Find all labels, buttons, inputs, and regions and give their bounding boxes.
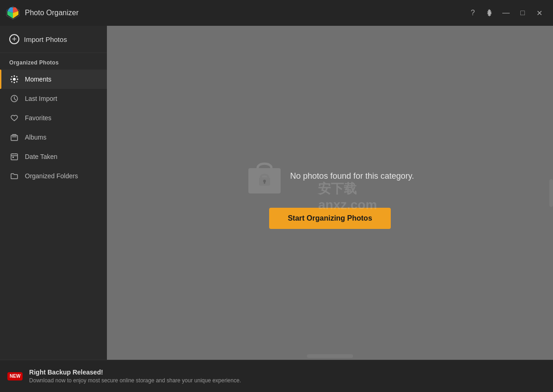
svg-point-12 (16, 76, 18, 77)
import-photos-button[interactable]: + Import Photos (0, 26, 107, 53)
sidebar-item-last-import[interactable]: Last Import (0, 89, 107, 108)
right-scrollbar[interactable] (549, 179, 553, 207)
organized-photos-heading: Organized Photos (0, 53, 107, 70)
main-layout: + Import Photos Organized Photos Mom (0, 26, 553, 360)
sidebar-item-favorites[interactable]: Favorites (0, 108, 107, 128)
albums-icon (9, 132, 19, 142)
close-button[interactable]: ✕ (531, 5, 547, 21)
bottom-scrollbar[interactable] (307, 354, 353, 358)
favorites-label: Favorites (25, 114, 52, 122)
empty-photos-icon (246, 157, 283, 196)
svg-point-14 (16, 81, 18, 82)
sidebar-item-date-taken[interactable]: Date Taken (0, 147, 107, 166)
svg-point-11 (11, 76, 12, 77)
start-organizing-button[interactable]: Start Organizing Photos (269, 208, 390, 229)
sidebar-item-albums[interactable]: Albums (0, 128, 107, 147)
svg-rect-22 (264, 181, 265, 184)
settings-button[interactable] (481, 5, 498, 21)
svg-point-6 (13, 78, 16, 81)
minimize-button[interactable]: — (498, 5, 514, 21)
svg-point-7 (14, 76, 15, 77)
bottom-bar: NEW Right Backup Released! Download now … (0, 360, 553, 392)
app-logo (6, 6, 20, 20)
moments-label: Moments (25, 76, 52, 83)
svg-rect-18 (12, 157, 14, 158)
bottom-bar-text: Right Backup Released! Download now to e… (29, 369, 241, 384)
svg-point-10 (17, 79, 18, 80)
svg-point-13 (11, 81, 12, 82)
backup-subtitle: Download now to enjoy most secure online… (29, 377, 241, 384)
svg-point-8 (14, 82, 15, 83)
sidebar-item-organized-folders[interactable]: Organized Folders (0, 166, 107, 186)
sidebar: + Import Photos Organized Photos Mom (0, 26, 107, 360)
favorites-icon (9, 113, 19, 123)
new-badge: NEW (7, 372, 23, 380)
maximize-button[interactable]: □ (514, 5, 531, 21)
app-title: Photo Organizer (25, 9, 465, 17)
last-import-icon (9, 94, 19, 104)
no-photos-text: No photos found for this category. (290, 171, 414, 181)
gear-icon (486, 9, 493, 17)
content-area: No photos found for this category. Start… (107, 26, 553, 360)
import-photos-label: Import Photos (24, 35, 67, 43)
empty-state: No photos found for this category. Start… (246, 157, 414, 229)
svg-rect-17 (11, 154, 18, 160)
backup-title: Right Backup Released! (29, 369, 241, 376)
sidebar-item-moments[interactable]: Moments (0, 70, 107, 89)
date-taken-icon (9, 152, 19, 162)
svg-rect-16 (11, 135, 18, 140)
last-import-label: Last Import (25, 95, 57, 102)
titlebar: Photo Organizer ? — □ ✕ (0, 0, 553, 26)
moments-icon (9, 74, 19, 84)
organized-folders-label: Organized Folders (25, 172, 78, 180)
albums-label: Albums (25, 134, 47, 141)
help-button[interactable]: ? (465, 5, 481, 21)
date-taken-label: Date Taken (25, 153, 58, 160)
empty-icon-area: No photos found for this category. (246, 157, 414, 196)
svg-point-9 (11, 79, 12, 80)
organized-folders-icon (9, 171, 19, 181)
plus-icon: + (9, 34, 19, 44)
